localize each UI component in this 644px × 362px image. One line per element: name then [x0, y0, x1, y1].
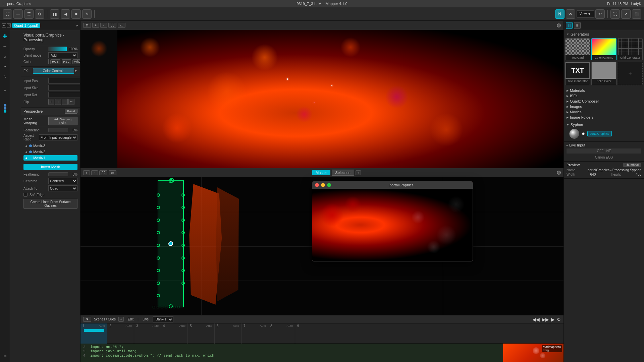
input-size-w[interactable] [48, 85, 80, 91]
bottom-node-2[interactable] [157, 306, 159, 308]
transport-next-btn[interactable]: ▶▶ [542, 317, 549, 322]
master-btn[interactable]: Master [312, 170, 330, 175]
cat-quartz[interactable]: ▶ Quartz Composer [567, 99, 641, 104]
scenes-edit-btn[interactable]: Edit [126, 317, 135, 322]
flip-btn-v[interactable]: ↔ [62, 99, 68, 105]
view-select[interactable]: View ▼ [577, 10, 594, 18]
scene-cell-9[interactable]: 9 [295, 323, 322, 344]
gen-gridgenerator[interactable]: Grid Generator [618, 38, 643, 60]
cat-images[interactable]: ▶ Images [567, 104, 641, 109]
blend-select[interactable]: Add [48, 52, 77, 58]
window-min-btn[interactable] [321, 183, 325, 187]
mask2-item[interactable]: ▲ Mask-2 [23, 149, 77, 155]
flip-btn-h[interactable]: ↕ [55, 99, 61, 105]
node-left-4[interactable] [157, 231, 160, 234]
syphon-label[interactable]: portalGraphics [587, 131, 612, 136]
stage-minus-btn[interactable]: − [91, 170, 98, 175]
color-controls-btn[interactable]: Color Controls [33, 68, 74, 74]
cursor-tool[interactable]: ✚ [0, 32, 10, 41]
prev-btn[interactable]: ◀ [61, 9, 70, 19]
scale-tool[interactable]: ↔ [0, 62, 10, 71]
node-left-3[interactable] [157, 219, 160, 222]
scene-cell-6[interactable]: 6 Auto [215, 323, 241, 344]
bottom-node-6[interactable] [173, 306, 175, 308]
node-left-6[interactable] [157, 256, 160, 260]
gen-add-btn[interactable]: + [618, 62, 643, 85]
right-grid-btn[interactable]: ☷ [566, 22, 573, 29]
node-left-5[interactable] [157, 244, 160, 247]
top-ctrl-point[interactable] [169, 178, 174, 183]
mask3-item[interactable]: ▲ Mask-3 [23, 143, 77, 148]
move-tool-btn[interactable]: ⸻ [13, 9, 23, 19]
feathering2-bar[interactable] [48, 172, 68, 176]
eye-btn[interactable]: 👁 [566, 9, 575, 19]
opacity-bar[interactable] [48, 47, 67, 51]
syphon-header[interactable]: ▼ Syphon [567, 123, 641, 127]
perspective-header[interactable]: Perspective Reset [21, 108, 80, 115]
refresh-btn[interactable]: ↻ [82, 9, 92, 19]
create-lines-btn[interactable]: Create Lines From Surface Outlines [23, 199, 77, 209]
play-pause-btn[interactable]: ▮▮ [50, 9, 59, 19]
mask1-item[interactable]: ▲ Mask-1 [23, 155, 77, 161]
preview-1to1-btn[interactable]: ▭ [118, 23, 125, 28]
aspect-select[interactable]: From Input rectangle [39, 134, 77, 140]
reset-btn[interactable]: Reset [65, 109, 77, 114]
gen-solidcolor[interactable]: Solid Color [591, 62, 616, 85]
transport-loop-btn[interactable]: ↻ [557, 317, 561, 322]
input-rot-val[interactable] [48, 92, 80, 98]
right-list-btn[interactable]: ≡ [574, 22, 581, 29]
node-left-8[interactable] [157, 282, 160, 285]
node-right-5[interactable] [181, 244, 185, 247]
stage-plus-btn[interactable]: + [356, 170, 361, 175]
app-menu-item[interactable]: portalGraphics [7, 2, 31, 6]
export-btn[interactable]: ↗ [621, 9, 631, 19]
select-tool-btn[interactable]: ⛶ [3, 9, 12, 19]
grid-view-btn[interactable]: ☷ [24, 9, 34, 19]
node-btn[interactable]: N [555, 9, 565, 19]
color-swatch[interactable] [48, 59, 49, 64]
bottom-node-3[interactable] [161, 306, 163, 308]
node-right-4[interactable] [181, 231, 185, 234]
scene-cell-3[interactable]: 3 Auto [134, 323, 161, 344]
scene-cell-2[interactable]: 2 Auto [107, 323, 134, 344]
live-input-header[interactable]: ▸ Live Input [567, 143, 641, 147]
window-close-btn[interactable] [315, 183, 319, 187]
scenes-dropdown-btn[interactable]: ▼ [83, 317, 91, 322]
node-left-7[interactable] [157, 269, 160, 272]
rgb-btn[interactable]: RGB [50, 59, 60, 64]
node-left-9[interactable] [157, 294, 160, 297]
bottom-node-1[interactable] [153, 306, 155, 308]
node-right-1[interactable] [181, 193, 185, 197]
invert-mask-btn[interactable]: Invert Mask [23, 164, 77, 170]
gen-colorpatterns[interactable]: ColorPatterns [591, 38, 616, 60]
cat-movies[interactable]: ▶ Movies [567, 109, 641, 115]
gen-textgenerator[interactable]: TXT Text Generator [565, 62, 590, 85]
window-max-btn[interactable] [327, 183, 331, 187]
feathering-bar[interactable] [48, 128, 68, 132]
preview-settings-btn[interactable]: ⚙ [83, 23, 91, 28]
bottom-node-5[interactable] [169, 306, 171, 308]
transport-play-btn[interactable]: ▶ [551, 317, 555, 322]
attach-select[interactable]: Quad [48, 185, 77, 191]
bottom-node-7[interactable] [177, 306, 179, 308]
node-right-6[interactable] [181, 256, 185, 260]
flip-btn-f[interactable]: F [48, 99, 54, 105]
scene-cell-4[interactable]: 4 Auto [161, 323, 188, 344]
stop-btn[interactable]: ■ [71, 9, 81, 19]
preview-fit-btn[interactable]: ⛶ [108, 23, 116, 28]
add-warping-btn[interactable]: Add Warping Point [48, 117, 77, 125]
scenes-add-btn[interactable]: + [118, 317, 124, 322]
soft-edge-checkbox[interactable] [23, 193, 28, 197]
cat-isfs[interactable]: ▶ ISFs [567, 93, 641, 99]
cat-imagefolders[interactable]: ▶ Image Folders [567, 115, 641, 120]
generators-header[interactable]: ▼ Generators [565, 32, 643, 37]
preview-add-btn[interactable]: + [92, 23, 99, 28]
stage-fit-btn[interactable]: ⛶ [99, 170, 107, 175]
hsv-btn[interactable]: HSV [62, 59, 71, 64]
fullscreen-btn[interactable]: ⛶ [610, 9, 620, 19]
node-right-8[interactable] [181, 282, 185, 285]
record-btn[interactable]: ⚫ [632, 9, 641, 19]
pointer-tool[interactable]: ← [0, 42, 10, 51]
node-right-7[interactable] [181, 269, 185, 272]
zoom-tool[interactable]: ⌕ [0, 52, 10, 61]
